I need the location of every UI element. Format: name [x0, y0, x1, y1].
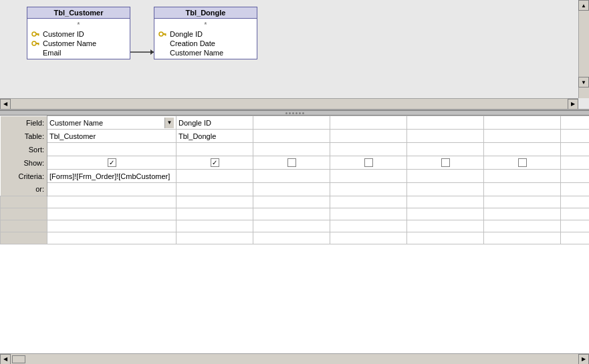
- table-cell-4[interactable]: [330, 130, 407, 143]
- show-checkbox-4[interactable]: [332, 158, 404, 167]
- query-grid: Field: Customer Name ▼ Dongle ID: [0, 116, 589, 244]
- show-checkbox-2[interactable]: ✓: [179, 158, 251, 167]
- show-cell-7[interactable]: [561, 156, 590, 170]
- diagram-hscroll[interactable]: ◀ ▶: [0, 98, 578, 109]
- svg-point-8: [159, 32, 163, 36]
- field-cell-6[interactable]: [484, 116, 561, 130]
- checkbox-1[interactable]: ✓: [108, 158, 116, 167]
- main-container: Tbl_Customer * Customer ID Customer Name: [0, 0, 589, 364]
- sort-cell-7[interactable]: [561, 143, 590, 156]
- field-dongle-id: Dongle ID: [158, 29, 253, 39]
- show-checkbox-5[interactable]: [409, 158, 481, 167]
- tbl-customer-box[interactable]: Tbl_Customer * Customer ID Customer Name: [27, 7, 130, 59]
- key-icon-customer-id: [31, 31, 41, 37]
- checkbox-5[interactable]: [441, 158, 450, 167]
- grid-hscroll[interactable]: ◀ ▶: [0, 353, 589, 364]
- sort-cell-2[interactable]: [176, 143, 253, 156]
- or-cell-2[interactable]: [176, 183, 253, 196]
- grid-hscroll-right[interactable]: ▶: [578, 354, 589, 365]
- table-cell-1[interactable]: Tbl_Customer: [47, 130, 176, 143]
- key-icon-customer-name: [31, 40, 41, 47]
- extra-row-4: [1, 232, 590, 244]
- sort-cell-6[interactable]: [484, 143, 561, 156]
- show-checkbox-1[interactable]: ✓: [49, 158, 174, 167]
- show-row: Show: ✓ ✓: [1, 156, 590, 170]
- or-cell-7[interactable]: [561, 183, 590, 196]
- sort-cell-3[interactable]: [253, 143, 330, 156]
- field-dongle-customer-name: Customer Name: [158, 48, 253, 57]
- resize-handle[interactable]: [0, 110, 589, 116]
- checkbox-2[interactable]: ✓: [211, 158, 219, 167]
- field-dropdown-1[interactable]: Customer Name ▼: [49, 118, 174, 128]
- criteria-cell-2[interactable]: [176, 170, 253, 183]
- criteria-cell-5[interactable]: [407, 170, 484, 183]
- field-customer-name: Customer Name: [31, 39, 126, 48]
- checkbox-4[interactable]: [364, 158, 373, 167]
- diagram-vscroll[interactable]: ▲ ▼: [578, 0, 589, 98]
- show-label: Show:: [1, 156, 47, 170]
- or-cell-3[interactable]: [253, 183, 330, 196]
- criteria-cell-1[interactable]: [Forms]![Frm_Order]![CmbCustomer]: [47, 170, 176, 183]
- svg-rect-3: [36, 33, 39, 35]
- show-cell-6[interactable]: [484, 156, 561, 170]
- table-cell-5[interactable]: [407, 130, 484, 143]
- field-cell-2[interactable]: Dongle ID: [176, 116, 253, 130]
- sort-cell-4[interactable]: [330, 143, 407, 156]
- table-value-1: Tbl_Customer: [49, 132, 96, 140]
- vscroll-down-btn[interactable]: ▼: [578, 77, 589, 87]
- show-cell-1[interactable]: ✓: [47, 156, 176, 170]
- table-value-2: Tbl_Dongle: [179, 132, 216, 140]
- sort-cell-5[interactable]: [407, 143, 484, 156]
- table-cell-2[interactable]: Tbl_Dongle: [176, 130, 253, 143]
- table-cell-3[interactable]: [253, 130, 330, 143]
- field-email: Email: [31, 48, 126, 57]
- show-checkbox-6[interactable]: [486, 158, 558, 167]
- or-cell-5[interactable]: [407, 183, 484, 196]
- or-cell-6[interactable]: [484, 183, 561, 196]
- or-label: or:: [1, 183, 47, 196]
- show-cell-4[interactable]: [330, 156, 407, 170]
- field-cell-1[interactable]: Customer Name ▼: [47, 116, 176, 130]
- hscroll-track: [11, 99, 568, 110]
- asterisk-customer: *: [31, 20, 126, 29]
- criteria-cell-6[interactable]: [484, 170, 561, 183]
- tbl-dongle-header: Tbl_Dongle: [154, 7, 257, 19]
- svg-point-5: [32, 41, 36, 45]
- field-cell-3[interactable]: [253, 116, 330, 130]
- key-icon-dongle-id: [158, 31, 168, 37]
- sort-cell-1[interactable]: [47, 143, 176, 156]
- extra-row-1: [1, 196, 590, 208]
- vscroll-up-btn[interactable]: ▲: [578, 0, 589, 11]
- tbl-customer-header: Tbl_Customer: [27, 7, 130, 19]
- grid-hscroll-left[interactable]: ◀: [0, 354, 11, 365]
- or-cell-1[interactable]: [47, 183, 176, 196]
- field-dongle-id-label: Dongle ID: [170, 30, 203, 38]
- show-checkbox-3[interactable]: [255, 158, 328, 167]
- field-dropdown-arrow-1[interactable]: ▼: [164, 118, 174, 128]
- show-cell-3[interactable]: [253, 156, 330, 170]
- show-cell-5[interactable]: [407, 156, 484, 170]
- hscroll-left-btn[interactable]: ◀: [0, 99, 11, 110]
- show-cell-2[interactable]: ✓: [176, 156, 253, 170]
- checkbox-6[interactable]: [518, 158, 527, 167]
- field-cell-4[interactable]: [330, 116, 407, 130]
- criteria-cell-7[interactable]: [561, 170, 590, 183]
- hscroll-thumb[interactable]: [12, 355, 25, 363]
- tbl-dongle-box[interactable]: Tbl_Dongle * Dongle ID Creation Date Cus…: [154, 7, 257, 59]
- criteria-cell-3[interactable]: [253, 170, 330, 183]
- table-cell-6[interactable]: [484, 130, 561, 143]
- show-checkbox-7[interactable]: [563, 158, 589, 167]
- diagram-area: Tbl_Customer * Customer ID Customer Name: [0, 0, 589, 110]
- or-cell-4[interactable]: [330, 183, 407, 196]
- table-cell-7[interactable]: [561, 130, 590, 143]
- field-value-1: Customer Name: [49, 119, 103, 127]
- svg-rect-7: [38, 44, 39, 45]
- field-creation-date-label: Creation Date: [170, 39, 215, 47]
- sort-row: Sort:: [1, 143, 590, 156]
- grid-area: Field: Customer Name ▼ Dongle ID: [0, 116, 589, 364]
- field-cell-5[interactable]: [407, 116, 484, 130]
- checkbox-3[interactable]: [287, 158, 296, 167]
- hscroll-right-btn[interactable]: ▶: [568, 99, 578, 110]
- criteria-cell-4[interactable]: [330, 170, 407, 183]
- field-cell-7[interactable]: [561, 116, 590, 130]
